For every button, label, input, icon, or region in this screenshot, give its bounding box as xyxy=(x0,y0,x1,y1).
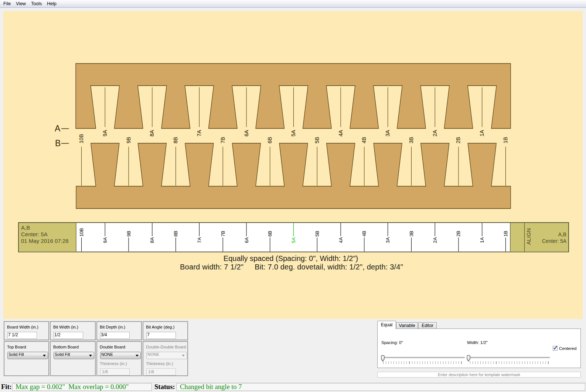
svg-text:6B: 6B xyxy=(267,137,273,144)
svg-text:ALIGN: ALIGN xyxy=(525,228,532,245)
svg-text:6A: 6A xyxy=(244,237,249,243)
svg-text:A,B: A,B xyxy=(558,232,566,237)
svg-text:8A: 8A xyxy=(149,130,155,137)
svg-text:Center: 5A: Center: 5A xyxy=(542,238,567,244)
svg-text:8B: 8B xyxy=(173,231,178,237)
svg-text:6B: 6B xyxy=(267,231,273,237)
svg-text:4A: 4A xyxy=(338,130,344,137)
svg-text:Center: 5A: Center: 5A xyxy=(21,231,48,237)
svg-text:5B: 5B xyxy=(314,137,320,144)
svg-text:3B: 3B xyxy=(409,231,414,237)
svg-text:1B: 1B xyxy=(502,137,508,144)
svg-text:A: A xyxy=(55,124,61,133)
svg-text:2B: 2B xyxy=(455,137,461,144)
svg-text:6A: 6A xyxy=(243,130,249,137)
svg-text:2A: 2A xyxy=(432,237,438,243)
svg-text:1A: 1A xyxy=(479,237,485,243)
svg-text:4B: 4B xyxy=(361,137,367,144)
svg-text:9B: 9B xyxy=(126,231,132,237)
svg-text:2A: 2A xyxy=(432,130,438,137)
svg-text:A,B: A,B xyxy=(21,224,30,231)
svg-text:01 May 2016 07:28: 01 May 2016 07:28 xyxy=(21,238,68,244)
svg-text:1A: 1A xyxy=(479,130,485,137)
svg-text:7A: 7A xyxy=(197,237,202,243)
svg-text:5B: 5B xyxy=(314,231,320,237)
svg-text:10B: 10B xyxy=(78,134,84,144)
svg-text:7B: 7B xyxy=(220,231,226,237)
svg-text:9A: 9A xyxy=(102,130,108,137)
svg-text:9A: 9A xyxy=(102,237,108,243)
svg-text:3A: 3A xyxy=(385,237,391,243)
svg-text:B: B xyxy=(55,138,61,148)
svg-text:2B: 2B xyxy=(456,231,461,237)
svg-text:1B: 1B xyxy=(503,231,508,237)
svg-text:3B: 3B xyxy=(408,137,414,144)
svg-text:3A: 3A xyxy=(385,130,391,137)
svg-text:7B: 7B xyxy=(220,137,226,144)
svg-text:7A: 7A xyxy=(196,130,202,137)
svg-text:4B: 4B xyxy=(361,231,367,237)
svg-text:Equally spaced (Spacing: 0", W: Equally spaced (Spacing: 0", Width: 1/2"… xyxy=(224,254,358,262)
svg-text:Board width: 7 1/2"Bit: 7.0 de: Board width: 7 1/2"Bit: 7.0 deg. dovetai… xyxy=(180,263,403,271)
svg-text:4A: 4A xyxy=(338,237,344,243)
svg-text:8A: 8A xyxy=(149,237,155,243)
svg-text:8B: 8B xyxy=(173,137,178,144)
svg-text:10B: 10B xyxy=(79,228,84,237)
svg-text:5A: 5A xyxy=(290,130,296,137)
svg-text:9B: 9B xyxy=(126,137,132,144)
svg-text:5A: 5A xyxy=(291,237,296,243)
